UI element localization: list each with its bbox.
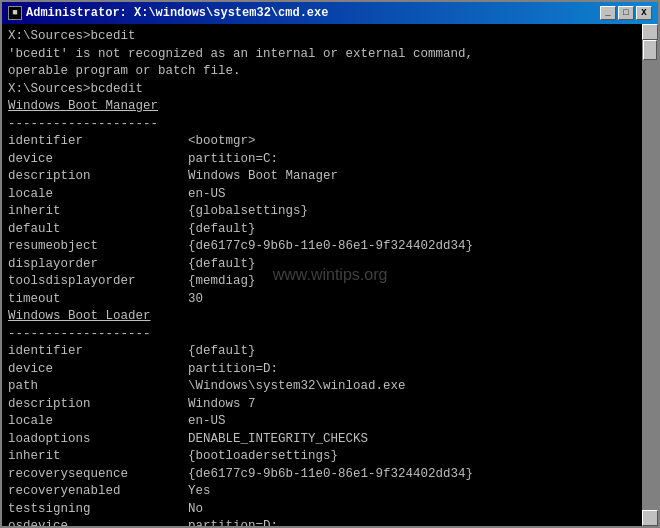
console-line: testsigning No [8,501,634,519]
console-line: recoverysequence {de6177c9-9b6b-11e0-86e… [8,466,634,484]
console-line: Windows Boot Manager [8,98,634,116]
console-line: default {default} [8,221,634,239]
title-bar: ■ Administrator: X:\windows\system32\cmd… [2,2,658,24]
console-line: inherit {bootloadersettings} [8,448,634,466]
scroll-down-button[interactable]: ▼ [642,510,658,526]
console-line: toolsdisplayorder {memdiag} [8,273,634,291]
title-buttons: _ □ X [600,6,652,20]
console-content: X:\Sources>bcedit'bcedit' is not recogni… [8,28,652,526]
console-line: locale en-US [8,413,634,431]
console-line: 'bcedit' is not recognized as an interna… [8,46,634,64]
console-line: device partition=D: [8,361,634,379]
console-line: inherit {globalsettings} [8,203,634,221]
scroll-up-button[interactable]: ▲ [642,24,658,40]
console-line: X:\Sources>bcedit [8,28,634,46]
console-line: timeout 30 [8,291,634,309]
title-bar-left: ■ Administrator: X:\windows\system32\cmd… [8,6,328,20]
console-line: locale en-US [8,186,634,204]
console-line: Windows Boot Loader [8,308,634,326]
maximize-button[interactable]: □ [618,6,634,20]
cmd-window: ■ Administrator: X:\windows\system32\cmd… [0,0,660,528]
console-line: loadoptions DENABLE_INTEGRITY_CHECKS [8,431,634,449]
console-line: osdevice partition=D: [8,518,634,526]
console-area: www.wintips.org X:\Sources>bcedit'bcedit… [2,24,658,526]
console-line: operable program or batch file. [8,63,634,81]
console-line: description Windows Boot Manager [8,168,634,186]
console-line: resumeobject {de6177c9-9b6b-11e0-86e1-9f… [8,238,634,256]
window-title: Administrator: X:\windows\system32\cmd.e… [26,6,328,20]
minimize-button[interactable]: _ [600,6,616,20]
scroll-track[interactable] [642,40,658,510]
console-line: device partition=C: [8,151,634,169]
console-line: description Windows 7 [8,396,634,414]
console-line: ------------------- [8,326,634,344]
close-button[interactable]: X [636,6,652,20]
window-icon: ■ [8,6,22,20]
scroll-thumb[interactable] [643,40,657,60]
console-line: -------------------- [8,116,634,134]
console-line: X:\Sources>bcdedit [8,81,634,99]
console-line: path \Windows\system32\winload.exe [8,378,634,396]
console-line: identifier {default} [8,343,634,361]
console-line: recoveryenabled Yes [8,483,634,501]
console-line: displayorder {default} [8,256,634,274]
console-line: identifier <bootmgr> [8,133,634,151]
scrollbar[interactable]: ▲ ▼ [642,24,658,526]
